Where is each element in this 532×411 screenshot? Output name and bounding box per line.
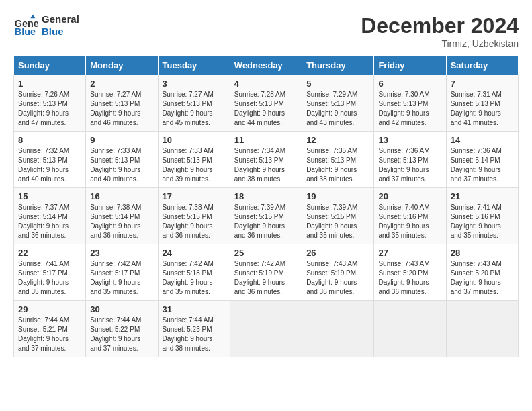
day-info: Sunrise: 7:36 AM Sunset: 5:14 PM Dayligh… xyxy=(451,146,514,184)
day-number: 25 xyxy=(234,248,298,258)
calendar-cell: 16 Sunrise: 7:38 AM Sunset: 5:14 PM Dayl… xyxy=(86,188,158,244)
day-number: 31 xyxy=(163,304,226,314)
day-of-week-header: Saturday xyxy=(446,56,518,75)
day-info: Sunrise: 7:41 AM Sunset: 5:17 PM Dayligh… xyxy=(18,259,81,297)
day-number: 9 xyxy=(90,135,153,145)
calendar-cell xyxy=(230,301,302,357)
day-info: Sunrise: 7:34 AM Sunset: 5:13 PM Dayligh… xyxy=(234,146,298,184)
calendar-cell: 10 Sunrise: 7:33 AM Sunset: 5:13 PM Dayl… xyxy=(158,132,230,188)
calendar-cell: 26 Sunrise: 7:43 AM Sunset: 5:19 PM Dayl… xyxy=(302,244,374,301)
logo-line2: Blue xyxy=(42,26,79,38)
day-number: 23 xyxy=(90,248,153,258)
logo-line1: General xyxy=(42,13,79,26)
calendar-cell: 18 Sunrise: 7:39 AM Sunset: 5:15 PM Dayl… xyxy=(230,188,302,244)
day-info: Sunrise: 7:39 AM Sunset: 5:15 PM Dayligh… xyxy=(306,203,369,240)
calendar-cell xyxy=(446,301,518,357)
day-info: Sunrise: 7:38 AM Sunset: 5:15 PM Dayligh… xyxy=(163,203,226,240)
day-info: Sunrise: 7:41 AM Sunset: 5:16 PM Dayligh… xyxy=(451,203,514,240)
day-number: 30 xyxy=(90,304,153,314)
day-number: 1 xyxy=(18,79,81,89)
calendar-week-row: 15 Sunrise: 7:37 AM Sunset: 5:14 PM Dayl… xyxy=(14,188,519,244)
calendar-cell: 25 Sunrise: 7:42 AM Sunset: 5:19 PM Dayl… xyxy=(230,244,302,301)
day-info: Sunrise: 7:33 AM Sunset: 5:13 PM Dayligh… xyxy=(163,146,226,184)
calendar-cell: 19 Sunrise: 7:39 AM Sunset: 5:15 PM Dayl… xyxy=(302,188,374,244)
day-of-week-header: Sunday xyxy=(14,56,86,75)
day-number: 27 xyxy=(378,248,441,258)
day-info: Sunrise: 7:42 AM Sunset: 5:17 PM Dayligh… xyxy=(90,259,153,297)
calendar-week-row: 8 Sunrise: 7:32 AM Sunset: 5:13 PM Dayli… xyxy=(14,132,519,188)
logo: General Blue General Blue xyxy=(13,13,79,38)
calendar-cell: 29 Sunrise: 7:44 AM Sunset: 5:21 PM Dayl… xyxy=(14,301,86,357)
day-number: 16 xyxy=(90,191,153,201)
day-info: Sunrise: 7:27 AM Sunset: 5:13 PM Dayligh… xyxy=(90,90,153,128)
day-info: Sunrise: 7:31 AM Sunset: 5:13 PM Dayligh… xyxy=(451,90,514,128)
day-info: Sunrise: 7:35 AM Sunset: 5:13 PM Dayligh… xyxy=(306,146,369,184)
calendar-cell: 17 Sunrise: 7:38 AM Sunset: 5:15 PM Dayl… xyxy=(158,188,230,244)
header: General Blue General Blue December 2024 … xyxy=(13,13,519,49)
calendar-body: 1 Sunrise: 7:26 AM Sunset: 5:13 PM Dayli… xyxy=(14,75,519,357)
day-number: 11 xyxy=(234,135,298,145)
day-number: 20 xyxy=(378,191,441,201)
day-info: Sunrise: 7:43 AM Sunset: 5:20 PM Dayligh… xyxy=(378,259,441,297)
calendar-cell: 20 Sunrise: 7:40 AM Sunset: 5:16 PM Dayl… xyxy=(374,188,446,244)
calendar-cell: 3 Sunrise: 7:27 AM Sunset: 5:13 PM Dayli… xyxy=(158,75,230,132)
calendar-cell xyxy=(302,301,374,357)
day-info: Sunrise: 7:29 AM Sunset: 5:13 PM Dayligh… xyxy=(306,90,369,128)
day-number: 8 xyxy=(18,135,81,145)
day-of-week-header: Thursday xyxy=(302,56,374,75)
day-info: Sunrise: 7:42 AM Sunset: 5:18 PM Dayligh… xyxy=(163,259,226,297)
day-number: 17 xyxy=(163,191,226,201)
day-info: Sunrise: 7:42 AM Sunset: 5:19 PM Dayligh… xyxy=(234,259,298,297)
calendar-cell: 2 Sunrise: 7:27 AM Sunset: 5:13 PM Dayli… xyxy=(86,75,158,132)
day-number: 4 xyxy=(234,79,298,89)
day-info: Sunrise: 7:43 AM Sunset: 5:19 PM Dayligh… xyxy=(306,259,369,297)
day-of-week-header: Wednesday xyxy=(230,56,302,75)
day-of-week-header: Friday xyxy=(374,56,446,75)
day-number: 28 xyxy=(451,248,514,258)
calendar-header-row: SundayMondayTuesdayWednesdayThursdayFrid… xyxy=(14,56,519,75)
calendar-week-row: 22 Sunrise: 7:41 AM Sunset: 5:17 PM Dayl… xyxy=(14,244,519,301)
calendar-table: SundayMondayTuesdayWednesdayThursdayFrid… xyxy=(13,56,519,357)
day-number: 15 xyxy=(18,191,81,201)
calendar-cell: 22 Sunrise: 7:41 AM Sunset: 5:17 PM Dayl… xyxy=(14,244,86,301)
day-info: Sunrise: 7:36 AM Sunset: 5:13 PM Dayligh… xyxy=(378,146,441,184)
calendar-cell: 30 Sunrise: 7:44 AM Sunset: 5:22 PM Dayl… xyxy=(86,301,158,357)
day-info: Sunrise: 7:26 AM Sunset: 5:13 PM Dayligh… xyxy=(18,90,81,128)
day-info: Sunrise: 7:44 AM Sunset: 5:22 PM Dayligh… xyxy=(90,316,153,353)
day-number: 2 xyxy=(90,79,153,89)
day-number: 24 xyxy=(163,248,226,258)
day-number: 19 xyxy=(306,191,369,201)
day-number: 21 xyxy=(451,191,514,201)
calendar-cell: 1 Sunrise: 7:26 AM Sunset: 5:13 PM Dayli… xyxy=(14,75,86,132)
calendar-cell: 27 Sunrise: 7:43 AM Sunset: 5:20 PM Dayl… xyxy=(374,244,446,301)
location: Tirmiz, Uzbekistan xyxy=(361,38,519,49)
day-info: Sunrise: 7:38 AM Sunset: 5:14 PM Dayligh… xyxy=(90,203,153,240)
calendar-cell: 4 Sunrise: 7:28 AM Sunset: 5:13 PM Dayli… xyxy=(230,75,302,132)
day-info: Sunrise: 7:40 AM Sunset: 5:16 PM Dayligh… xyxy=(378,203,441,240)
calendar-cell xyxy=(374,301,446,357)
day-info: Sunrise: 7:32 AM Sunset: 5:13 PM Dayligh… xyxy=(18,146,81,184)
calendar-cell: 8 Sunrise: 7:32 AM Sunset: 5:13 PM Dayli… xyxy=(14,132,86,188)
calendar-cell: 28 Sunrise: 7:43 AM Sunset: 5:20 PM Dayl… xyxy=(446,244,518,301)
calendar-cell: 14 Sunrise: 7:36 AM Sunset: 5:14 PM Dayl… xyxy=(446,132,518,188)
day-number: 18 xyxy=(234,191,298,201)
calendar-cell: 24 Sunrise: 7:42 AM Sunset: 5:18 PM Dayl… xyxy=(158,244,230,301)
calendar-cell: 12 Sunrise: 7:35 AM Sunset: 5:13 PM Dayl… xyxy=(302,132,374,188)
month-title: December 2024 xyxy=(361,13,519,38)
day-info: Sunrise: 7:43 AM Sunset: 5:20 PM Dayligh… xyxy=(451,259,514,297)
calendar-cell: 9 Sunrise: 7:33 AM Sunset: 5:13 PM Dayli… xyxy=(86,132,158,188)
calendar-cell: 23 Sunrise: 7:42 AM Sunset: 5:17 PM Dayl… xyxy=(86,244,158,301)
day-info: Sunrise: 7:28 AM Sunset: 5:13 PM Dayligh… xyxy=(234,90,298,128)
calendar-cell: 5 Sunrise: 7:29 AM Sunset: 5:13 PM Dayli… xyxy=(302,75,374,132)
calendar-cell: 31 Sunrise: 7:44 AM Sunset: 5:23 PM Dayl… xyxy=(158,301,230,357)
day-of-week-header: Tuesday xyxy=(158,56,230,75)
calendar-cell: 13 Sunrise: 7:36 AM Sunset: 5:13 PM Dayl… xyxy=(374,132,446,188)
day-number: 7 xyxy=(451,79,514,89)
day-number: 5 xyxy=(306,79,369,89)
day-number: 10 xyxy=(163,135,226,145)
calendar-cell: 7 Sunrise: 7:31 AM Sunset: 5:13 PM Dayli… xyxy=(446,75,518,132)
day-info: Sunrise: 7:39 AM Sunset: 5:15 PM Dayligh… xyxy=(234,203,298,240)
day-number: 12 xyxy=(306,135,369,145)
calendar-cell: 6 Sunrise: 7:30 AM Sunset: 5:13 PM Dayli… xyxy=(374,75,446,132)
day-number: 26 xyxy=(306,248,369,258)
